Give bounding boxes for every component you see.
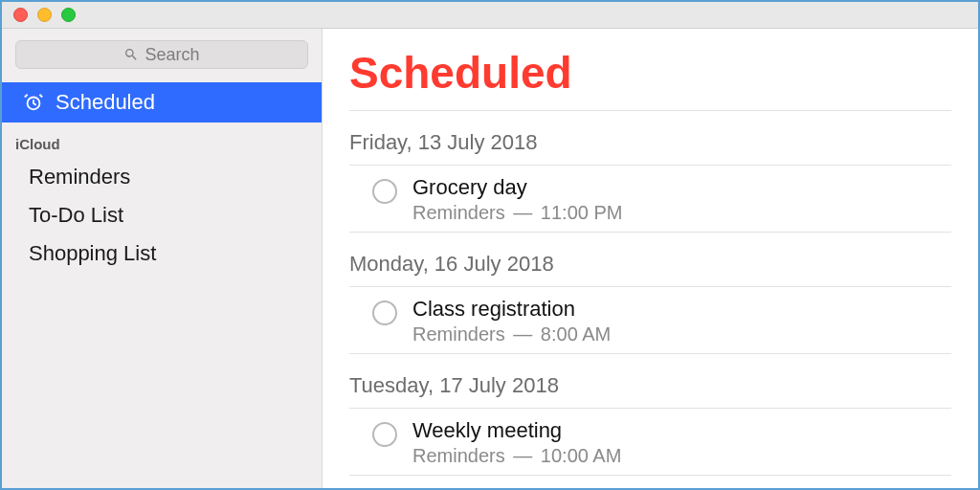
search-input[interactable]: Search (15, 40, 308, 69)
reminder-item[interactable]: Class registration Reminders — 8:00 AM (349, 287, 951, 354)
sidebar-list-todo[interactable]: To-Do List (2, 196, 322, 234)
sidebar-section-header: iCloud (2, 122, 322, 158)
zoom-window-button[interactable] (61, 8, 76, 22)
date-group: Monday, 16 July 2018 Class registration … (349, 233, 951, 354)
sidebar-list-reminders[interactable]: Reminders (2, 158, 322, 196)
search-wrap: Search (2, 29, 322, 77)
sidebar-list: Scheduled iCloud Reminders To-Do List Sh… (2, 77, 322, 273)
search-placeholder: Search (145, 45, 199, 65)
date-header: Friday, 13 July 2018 (349, 130, 951, 166)
minimize-window-button[interactable] (37, 8, 52, 22)
complete-checkbox[interactable] (372, 422, 397, 447)
meta-separator: — (508, 202, 538, 223)
reminder-time: 11:00 PM (541, 202, 623, 223)
sidebar-item-label: Scheduled (56, 90, 155, 115)
main-panel: Scheduled Friday, 13 July 2018 Grocery d… (323, 29, 978, 488)
reminder-list: Reminders (412, 445, 505, 466)
sidebar-list-label: Reminders (29, 165, 130, 189)
reminder-item[interactable]: Weekly meeting Reminders — 10:00 AM (349, 409, 951, 476)
reminder-title: Grocery day (412, 175, 951, 200)
sidebar-item-scheduled[interactable]: Scheduled (2, 82, 322, 122)
reminder-time: 8:00 AM (541, 323, 611, 345)
reminder-body: Class registration Reminders — 8:00 AM (412, 297, 951, 345)
sidebar-list-label: Shopping List (29, 241, 156, 266)
alarm-icon (23, 92, 44, 113)
page-title: Scheduled (349, 40, 951, 111)
date-header: Monday, 16 July 2018 (349, 252, 951, 287)
reminder-body: Grocery day Reminders — 11:00 PM (412, 175, 951, 224)
search-icon (123, 47, 139, 62)
reminder-title: Class registration (412, 297, 951, 322)
reminder-body: Weekly meeting Reminders — 10:00 AM (412, 418, 951, 467)
meta-separator: — (508, 445, 538, 466)
meta-separator: — (508, 323, 538, 345)
date-group: Tuesday, 17 July 2018 Weekly meeting Rem… (349, 354, 951, 476)
reminder-item[interactable]: Grocery day Reminders — 11:00 PM (349, 166, 951, 233)
reminder-list: Reminders (412, 323, 505, 345)
reminder-time: 10:00 AM (541, 445, 622, 466)
date-header: Tuesday, 17 July 2018 (349, 373, 951, 409)
reminder-title: Weekly meeting (412, 418, 951, 443)
sidebar-list-label: To-Do List (29, 203, 123, 228)
reminder-meta: Reminders — 10:00 AM (412, 445, 951, 467)
reminder-meta: Reminders — 11:00 PM (412, 202, 951, 224)
title-bar (2, 2, 978, 29)
close-window-button[interactable] (13, 8, 28, 22)
reminder-meta: Reminders — 8:00 AM (412, 323, 951, 345)
complete-checkbox[interactable] (372, 179, 397, 204)
reminder-list: Reminders (412, 202, 505, 223)
sidebar: Search Scheduled iCloud Reminders To-Do … (2, 29, 323, 488)
app-body: Search Scheduled iCloud Reminders To-Do … (2, 29, 978, 488)
sidebar-list-shopping[interactable]: Shopping List (2, 234, 322, 273)
date-group: Friday, 13 July 2018 Grocery day Reminde… (349, 111, 951, 233)
complete-checkbox[interactable] (372, 301, 397, 325)
